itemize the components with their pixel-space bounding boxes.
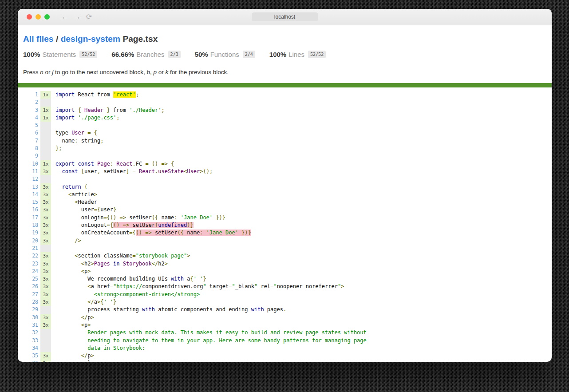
line-number: 29 — [23, 306, 38, 313]
code-token: ={ — [107, 222, 113, 228]
code-line: 233x <h2>Pages in Storybook</h2> — [23, 260, 546, 268]
hit-count: 3x — [40, 206, 51, 214]
source-text: needing to navigate to them in your app.… — [51, 337, 367, 344]
page-title: Page.tsx — [122, 34, 158, 44]
code-token: < — [81, 360, 84, 362]
code-token: process starting — [55, 306, 142, 313]
code-line: 243x <p> — [23, 268, 546, 275]
source-text: process starting with atomic components … — [51, 306, 286, 313]
line-number: 21 — [23, 245, 38, 252]
code-token: } — [113, 299, 116, 305]
line-number: 30 — [23, 314, 38, 321]
function-uncovered-highlight: setUser — [129, 222, 155, 228]
code-token: > — [91, 360, 94, 362]
code-token: rel — [257, 283, 270, 289]
metric-branches: 66.66% Branches 2/3 — [111, 51, 180, 58]
branch-uncovered-highlight: 'react' — [113, 91, 136, 98]
line-number: 9 — [23, 152, 38, 160]
code-token: > — [165, 261, 168, 267]
code-token: atomic components and ending — [155, 306, 251, 313]
code-token: </ — [81, 352, 87, 359]
code-token: } — [107, 107, 110, 113]
source-text: <a href="https://componentdriven.org" ta… — [51, 283, 344, 290]
address-bar[interactable]: localhost — [252, 12, 318, 21]
functions-label: Functions — [210, 51, 239, 58]
code-token — [75, 107, 78, 113]
hit-count — [40, 245, 51, 252]
line-number: 11 — [23, 168, 38, 175]
code-line: 353x </p> — [23, 352, 546, 360]
source-text: </p> — [51, 352, 94, 360]
source-text: }; — [51, 145, 62, 152]
line-number: 31 — [23, 321, 38, 329]
breadcrumb-folder-link[interactable]: design-system — [61, 34, 120, 44]
statements-fraction: 52/52 — [79, 51, 97, 58]
code-line: 193x onCreateAccount={() => setUser({ na… — [23, 229, 546, 237]
code-token: > — [87, 268, 91, 274]
minimize-button[interactable] — [36, 14, 41, 20]
code-line: 253x We recommend building UIs with a{' … — [23, 275, 546, 283]
code-line: 153x <Header — [23, 198, 546, 206]
code-token: a href — [91, 283, 110, 289]
functions-percent: 50% — [195, 51, 208, 58]
code-token: onCreateAccount — [55, 230, 129, 236]
back-icon[interactable]: ← — [61, 13, 68, 20]
hit-count: 3x — [40, 291, 51, 298]
line-number: 18 — [23, 222, 38, 229]
code-token: a — [94, 299, 97, 305]
source-text: <article> — [51, 191, 97, 198]
source-text: name: string; — [51, 137, 103, 145]
close-button[interactable] — [27, 14, 32, 20]
function-uncovered-highlight: )} — [187, 222, 193, 228]
source-text: onLogin={() => setUser({ name: 'Jane Doe… — [51, 214, 225, 222]
line-number: 10 — [23, 160, 38, 168]
code-token: ; — [162, 107, 165, 113]
zoom-button[interactable] — [44, 14, 50, 20]
branches-percent: 66.66% — [111, 51, 134, 58]
traffic-lights — [27, 14, 50, 20]
code-token: name — [158, 214, 174, 221]
source-text: </p> — [51, 314, 94, 321]
source-text: Render pages with mock data. This makes … — [51, 329, 367, 337]
code-token: React — [75, 91, 97, 98]
coverage-status-bar — [18, 83, 552, 87]
hit-count: 3x — [40, 183, 51, 191]
hit-count: 3x — [40, 298, 51, 306]
code-token: a — [184, 276, 190, 282]
hit-count: 1x — [40, 160, 51, 168]
code-token — [178, 214, 181, 221]
code-token: article — [71, 191, 94, 198]
code-token: from — [110, 107, 129, 113]
breadcrumb-all-files-link[interactable]: All files — [23, 34, 53, 44]
hint-text: or — [157, 69, 166, 75]
shortcut-key: b — [146, 69, 150, 75]
refresh-icon[interactable]: ⟳ — [86, 13, 92, 20]
code-line: 363x <ul> — [23, 360, 546, 362]
code-token: pages — [264, 306, 283, 313]
line-number: 23 — [23, 260, 38, 268]
code-line: 8}; — [23, 145, 546, 152]
code-token: < — [81, 268, 84, 274]
code-line: 21 — [23, 245, 546, 252]
forward-icon[interactable]: → — [74, 13, 81, 20]
code-token: : — [75, 138, 78, 144]
code-token: React — [116, 161, 132, 167]
code-line: 273x <strong>component-driven</strong> — [23, 291, 546, 298]
line-number: 15 — [23, 198, 38, 206]
hint-text: for the previous block. — [168, 69, 229, 75]
line-number: 4 — [23, 114, 38, 122]
function-uncovered-highlight — [238, 230, 241, 236]
code-token: }; — [55, 145, 62, 151]
code-token — [81, 184, 84, 190]
line-number: 25 — [23, 275, 38, 283]
shortcut-key: n — [40, 69, 43, 75]
lines-label: Lines — [288, 51, 304, 58]
code-line: 2 — [23, 99, 546, 106]
code-line: 113x const [user, setUser] = React.useSt… — [23, 168, 546, 175]
code-token: noopener noreferrer — [277, 283, 338, 289]
code-token: return — [62, 184, 81, 190]
source-text — [51, 122, 55, 129]
line-number: 17 — [23, 214, 38, 222]
code-token: " — [203, 283, 206, 289]
hit-count: 3x — [40, 283, 51, 290]
